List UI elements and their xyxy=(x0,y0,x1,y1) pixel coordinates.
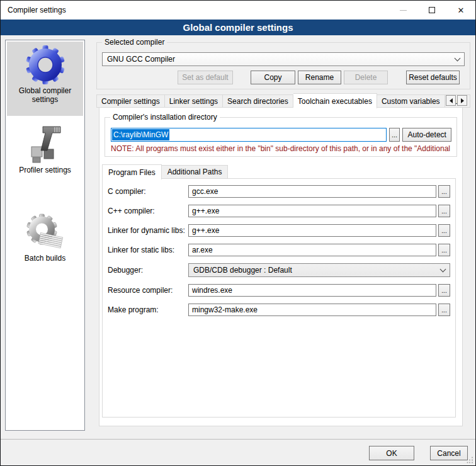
installation-note-text: NOTE: All programs must exist either in … xyxy=(111,144,456,153)
installation-directory-value: C:\raylib\MinGW xyxy=(112,129,169,140)
dialog-header-title: Global compiler settings xyxy=(183,22,293,33)
tab-scroll-left-button[interactable] xyxy=(446,95,456,106)
ok-button[interactable]: OK xyxy=(369,446,414,460)
browse-static-linker-button[interactable]: ... xyxy=(438,244,450,256)
sidebar-item-global-compiler-settings[interactable]: Global compiler settings xyxy=(7,42,83,116)
compiler-select-value: GNU GCC Compiler xyxy=(107,55,175,64)
sidebar-item-label: Batch builds xyxy=(7,253,83,266)
footer-divider xyxy=(1,439,475,440)
installation-directory-group-label: Compiler's installation directory xyxy=(110,113,220,122)
browse-directory-button[interactable]: ... xyxy=(389,128,400,142)
form-row-dynamic-linker: Linker for dynamic libs: ... xyxy=(108,224,450,237)
browse-c-compiler-button[interactable]: ... xyxy=(438,185,450,198)
chevron-down-icon xyxy=(440,266,446,273)
make-program-input[interactable] xyxy=(188,304,436,316)
minimize-button[interactable] xyxy=(388,1,417,20)
program-files-panel: C compiler: ... C++ compiler: ... Linker… xyxy=(102,178,456,418)
dynamic-linker-label: Linker for dynamic libs: xyxy=(108,226,188,235)
copy-button[interactable]: Copy xyxy=(251,71,295,84)
tab-custom-variables[interactable]: Custom variables xyxy=(377,94,445,108)
selected-compiler-group-label: Selected compiler xyxy=(102,38,167,47)
compiler-settings-dialog: Compiler settings ✕ Global compiler sett… xyxy=(0,0,476,466)
cancel-button[interactable]: Cancel xyxy=(430,446,468,460)
form-row-static-linker: Linker for static libs: ... xyxy=(108,244,450,256)
c-compiler-label: C compiler: xyxy=(108,187,188,196)
caliper-profiler-icon xyxy=(25,124,65,164)
form-row-make-program: Make program: ... xyxy=(108,304,450,316)
program-files-tabstrip: Program Files Additional Paths xyxy=(102,164,228,179)
selected-compiler-group: Selected compiler GNU GCC Compiler Set a… xyxy=(96,42,470,89)
gray-gear-papers-icon xyxy=(25,212,65,253)
cpp-compiler-label: C++ compiler: xyxy=(108,207,188,215)
compiler-select[interactable]: GNU GCC Compiler xyxy=(102,52,465,66)
close-icon: ✕ xyxy=(458,6,465,14)
resource-compiler-input[interactable] xyxy=(188,284,436,297)
resource-compiler-label: Resource compiler: xyxy=(108,286,188,295)
cpp-compiler-input[interactable] xyxy=(188,205,436,217)
minimize-icon xyxy=(400,10,407,11)
browse-dynamic-linker-button[interactable]: ... xyxy=(438,224,450,237)
form-row-debugger: Debugger: GDB/CDB debugger : Default xyxy=(108,263,450,277)
sidebar-item-label: Profiler settings xyxy=(7,164,83,178)
toolchain-executables-page: Compiler's installation directory C:\ray… xyxy=(99,107,463,426)
installation-directory-group: Compiler's installation directory C:\ray… xyxy=(105,117,457,157)
dialog-header: Global compiler settings xyxy=(1,20,475,35)
tab-linker-settings[interactable]: Linker settings xyxy=(165,94,223,108)
arrow-left-icon xyxy=(450,98,453,103)
rename-button[interactable]: Rename xyxy=(298,71,341,84)
maximize-icon xyxy=(429,7,435,13)
close-button[interactable]: ✕ xyxy=(446,1,475,20)
resize-grip[interactable] xyxy=(467,457,473,463)
sidebar-item-label: Global compiler settings xyxy=(7,85,83,108)
tab-additional-paths[interactable]: Additional Paths xyxy=(162,165,229,179)
settings-tabstrip: Compiler settings Linker settings Search… xyxy=(96,93,470,108)
debugger-label: Debugger: xyxy=(108,266,188,275)
tab-scroll-right-button[interactable] xyxy=(457,95,467,106)
set-as-default-button[interactable]: Set as default xyxy=(178,71,233,84)
browse-make-program-button[interactable]: ... xyxy=(438,304,450,316)
sidebar-item-profiler-settings[interactable]: Profiler settings xyxy=(7,121,83,193)
installation-directory-input[interactable]: C:\raylib\MinGW xyxy=(111,128,387,142)
titlebar: Compiler settings ✕ xyxy=(1,1,475,20)
window-title: Compiler settings xyxy=(1,6,66,14)
debugger-select[interactable]: GDB/CDB debugger : Default xyxy=(188,263,450,277)
browse-resource-compiler-button[interactable]: ... xyxy=(438,284,450,297)
static-linker-label: Linker for static libs: xyxy=(108,246,188,254)
sidebar-item-batch-builds[interactable]: Batch builds xyxy=(7,209,83,272)
tab-toolchain-executables[interactable]: Toolchain executables xyxy=(293,93,377,108)
tab-compiler-settings[interactable]: Compiler settings xyxy=(96,94,165,108)
static-linker-input[interactable] xyxy=(188,244,436,256)
tab-program-files[interactable]: Program Files xyxy=(102,164,162,179)
tab-search-directories[interactable]: Search directories xyxy=(223,94,293,108)
reset-defaults-button[interactable]: Reset defaults xyxy=(406,71,460,84)
browse-cpp-compiler-button[interactable]: ... xyxy=(438,205,450,217)
settings-category-list: Global compiler settings Profiler settin… xyxy=(5,40,85,431)
debugger-select-value: GDB/CDB debugger : Default xyxy=(193,266,292,275)
c-compiler-input[interactable] xyxy=(188,185,436,198)
blue-gear-icon xyxy=(25,45,65,85)
form-row-cpp-compiler: C++ compiler: ... xyxy=(108,205,450,217)
form-row-c-compiler: C compiler: ... xyxy=(108,185,450,198)
auto-detect-button[interactable]: Auto-detect xyxy=(402,128,451,142)
maximize-button[interactable] xyxy=(417,1,446,20)
arrow-right-icon xyxy=(461,98,464,103)
form-row-resource-compiler: Resource compiler: ... xyxy=(108,284,450,297)
delete-button[interactable]: Delete xyxy=(344,71,388,84)
make-program-label: Make program: xyxy=(108,305,188,314)
dynamic-linker-input[interactable] xyxy=(188,224,436,237)
chevron-down-icon xyxy=(455,55,461,62)
